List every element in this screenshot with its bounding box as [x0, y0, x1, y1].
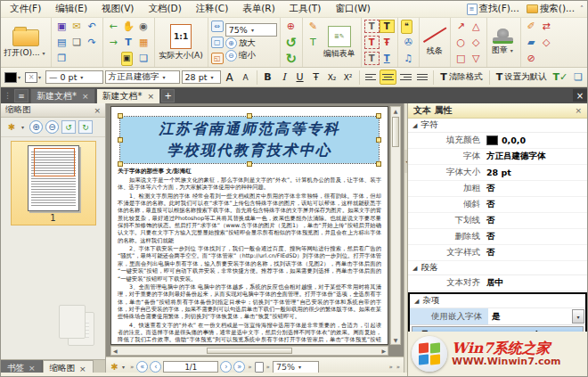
menu-item[interactable]: 工具(T) — [282, 2, 329, 16]
grip-icon[interactable]: ⋮ — [1, 91, 14, 100]
menu-item[interactable]: 文档(D) — [141, 2, 188, 16]
stroke-color-button[interactable]: ×▾ — [25, 72, 44, 83]
selection-handle[interactable] — [118, 113, 123, 119]
open-button[interactable]: 打开(O)... ▾ — [1, 18, 52, 67]
align-justify-button[interactable] — [415, 70, 430, 85]
rotate-right-icon[interactable]: ↻ — [283, 51, 299, 67]
hand-tool-icon[interactable]: ✋ — [121, 20, 136, 34]
textbox-icon[interactable]: T — [364, 36, 380, 49]
snapshot-icon[interactable]: ◉ — [136, 20, 151, 34]
line-tool-button[interactable]: 线条 — [420, 18, 451, 67]
circle-shape-icon[interactable]: ○ — [453, 36, 469, 50]
property-row[interactable]: 字体大小 28 pt — [408, 165, 587, 181]
rotate-cw-icon[interactable]: ↻ — [78, 120, 93, 134]
comment-icon[interactable]: ❝ — [401, 20, 412, 34]
attachment-icon[interactable]: ✇ — [401, 36, 416, 50]
close-tab-icon[interactable]: × — [148, 92, 155, 101]
export-icon[interactable]: ❐ — [54, 52, 69, 66]
property-row[interactable]: 下划线 否 — [408, 213, 587, 229]
search-button[interactable]: 搜索()... — [523, 3, 578, 15]
edit-form-button[interactable]: ≣✎ 编辑表单 — [321, 26, 358, 60]
expand-icon[interactable]: » — [396, 364, 401, 371]
loupe-icon[interactable]: ⊕ — [283, 20, 298, 34]
new-tab-button[interactable]: + — [161, 89, 175, 102]
scroll-right-icon[interactable]: ▶ — [380, 348, 388, 354]
edit-object-icon[interactable]: ▣ — [121, 52, 133, 66]
menu-item[interactable]: 窗口(W) — [328, 2, 378, 16]
hatch-circle-icon[interactable]: ⊘ — [524, 52, 539, 66]
font-size-combo[interactable]: 28 pt▾ — [182, 70, 221, 84]
set-default-button[interactable]: T设置为默认 — [494, 71, 550, 83]
menu-item[interactable]: 文件(F) — [3, 2, 48, 16]
underline-button[interactable]: U — [293, 70, 307, 85]
selection-handle[interactable] — [118, 161, 123, 167]
options-gear-icon[interactable]: ✱ — [4, 120, 19, 135]
page-number-input[interactable]: 1/1 — [163, 361, 218, 373]
scroll-down-icon[interactable]: ▼ — [394, 336, 398, 344]
pencil-icon[interactable]: ✐ — [524, 20, 539, 34]
scan-icon[interactable]: ❏ — [69, 36, 85, 50]
organize-pages-icon[interactable]: ❏ — [136, 52, 151, 66]
close-panel-icon[interactable]: × — [94, 106, 101, 115]
last-page-button[interactable]: » — [233, 361, 245, 373]
close-tab-icon[interactable]: × — [29, 364, 36, 373]
close-panel-icon[interactable]: × — [575, 106, 582, 115]
fit-width-icon[interactable]: ⇔ — [211, 20, 224, 32]
back-icon[interactable]: ← — [106, 20, 121, 34]
print-icon[interactable]: ▤ — [54, 36, 69, 50]
property-row[interactable]: 文本对齐 居中 — [408, 275, 587, 291]
menu-item[interactable]: 视图(V) — [94, 2, 141, 16]
format-settings-button[interactable]: ❏ — [571, 70, 585, 85]
arrow-shape-icon[interactable]: ↗ — [453, 20, 469, 34]
property-row[interactable]: 填充颜色 0,0,0 — [408, 133, 587, 149]
property-row[interactable]: 字体 方正吕建德字体 — [408, 149, 587, 165]
property-row[interactable]: 删除线 否 — [408, 229, 587, 245]
strikeout-text-icon[interactable]: Ŧ — [380, 36, 395, 49]
tab-menu-icon[interactable]: ≡ — [14, 89, 29, 102]
typewriter-icon[interactable]: T — [364, 20, 380, 33]
font-name-combo[interactable]: 方正吕建德字▾ — [105, 70, 180, 84]
strikethrough-button[interactable]: Ŧ — [309, 70, 323, 85]
lasso-icon[interactable]: ◇ — [539, 36, 554, 50]
clear-format-button[interactable]: T清除格式 — [437, 71, 486, 83]
add-text-icon[interactable]: T — [306, 36, 321, 50]
selection-handle[interactable] — [376, 161, 381, 167]
edit-text-icon[interactable]: ✎ — [306, 20, 321, 34]
grow-font-button[interactable]: A — [223, 70, 237, 85]
undo-icon[interactable]: ↶ — [85, 20, 100, 34]
close-tab-icon[interactable]: × — [79, 365, 86, 373]
polyline-shape-icon[interactable]: △ — [469, 20, 484, 34]
selection-handle[interactable] — [247, 161, 252, 167]
menu-item[interactable]: 编辑(E) — [48, 2, 94, 16]
close-tab-icon[interactable]: × — [82, 92, 89, 101]
zoom-out-button[interactable]: ⊖缩小 — [225, 50, 277, 61]
previous-page-button[interactable]: ‹ — [150, 361, 161, 373]
bold-button[interactable]: B — [261, 70, 275, 85]
expand-icon[interactable]: » — [247, 364, 252, 371]
vertical-scrollbar[interactable]: ▲ ▼ — [390, 106, 401, 345]
enlarge-thumbnails-icon[interactable]: ⊕ — [29, 120, 43, 134]
zoom-combo[interactable]: 75%▾ — [225, 23, 277, 37]
actual-size-button[interactable]: 1:1 实际大小(A) — [155, 18, 208, 67]
section-character[interactable]: ◢ 字符 — [408, 119, 587, 133]
apply-check-button[interactable]: T✓ — [551, 70, 569, 85]
align-right-button[interactable] — [398, 70, 413, 85]
horizontal-scroll-thumb[interactable] — [207, 348, 292, 354]
pentagon-shape-icon[interactable]: ▽ — [469, 52, 484, 66]
rotate-left-icon[interactable]: ↺ — [283, 35, 299, 51]
polygon-shape-icon[interactable]: ◇ — [469, 36, 484, 50]
clipboard-icon[interactable]: ▦ — [136, 36, 151, 50]
section-misc[interactable]: ◢ 杂项 — [410, 294, 585, 308]
property-row[interactable]: 加粗 否 — [408, 181, 587, 197]
property-row[interactable]: 文字样式 否 — [408, 245, 587, 261]
menu-item[interactable]: 注释(C) — [189, 2, 236, 16]
underline-text-icon[interactable]: T — [380, 52, 395, 65]
align-left-button[interactable] — [363, 70, 379, 85]
zoom-in-button[interactable]: ⊕放大 — [225, 37, 277, 49]
save-icon[interactable]: ▣ — [54, 20, 69, 34]
page-thumbnail-selected[interactable]: 1 — [11, 141, 96, 225]
fill-color-button[interactable]: ▾ — [4, 72, 23, 83]
selected-text-box[interactable]: 江苏省南通师范高等专科 学校现代教育技术中心 — [120, 117, 379, 163]
stroke-width-combo[interactable]: — 0 pt▾ — [45, 70, 103, 84]
subscript-button[interactable]: X₂ — [325, 70, 339, 85]
